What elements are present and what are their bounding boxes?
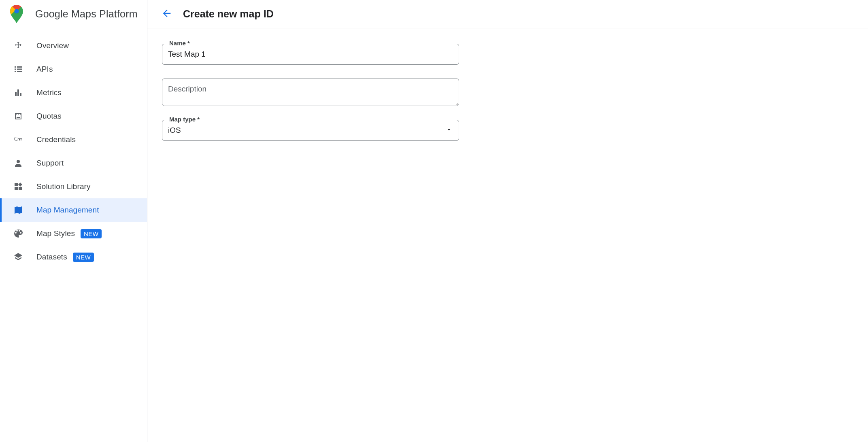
svg-point-1	[14, 9, 19, 13]
svg-rect-17	[15, 183, 18, 186]
layers-icon	[13, 252, 23, 262]
map-icon	[13, 205, 23, 215]
form: Name * Map type * iOS	[147, 28, 868, 170]
svg-rect-7	[15, 71, 16, 72]
new-badge: NEW	[73, 253, 94, 262]
arrow-left-icon	[161, 8, 172, 20]
sidebar-item-label: Quotas	[36, 112, 62, 121]
svg-rect-8	[17, 71, 22, 72]
name-label: Name *	[167, 40, 192, 47]
svg-rect-18	[15, 187, 18, 190]
new-badge: NEW	[81, 229, 102, 238]
svg-point-16	[17, 160, 20, 163]
svg-rect-4	[17, 66, 22, 68]
svg-rect-12	[16, 113, 17, 115]
svg-rect-10	[17, 89, 19, 96]
sidebar-item-credentials[interactable]: Credentials	[0, 128, 147, 151]
sidebar-item-label: Solution Library	[36, 182, 91, 191]
sidebar-item-label: Metrics	[36, 88, 62, 97]
svg-rect-6	[17, 69, 22, 70]
sidebar-item-metrics[interactable]: Metrics	[0, 81, 147, 104]
sidebar-nav: Overview APIs Metrics Quotas	[0, 28, 147, 269]
map-type-field-wrap: Map type * iOS	[162, 120, 459, 141]
map-type-label: Map type *	[167, 116, 202, 123]
svg-rect-13	[18, 113, 19, 115]
svg-rect-11	[20, 93, 21, 96]
sidebar-item-overview[interactable]: Overview	[0, 34, 147, 57]
main-content: Create new map ID Name * Map type * iOS	[147, 0, 868, 442]
list-icon	[13, 64, 23, 74]
sidebar-item-map-styles[interactable]: Map Styles NEW	[0, 222, 147, 245]
sidebar-item-map-management[interactable]: Map Management	[0, 198, 147, 222]
name-field-wrap: Name *	[162, 44, 459, 65]
sidebar-item-label: Map Management	[36, 206, 99, 215]
svg-rect-9	[15, 92, 17, 96]
svg-rect-5	[15, 69, 16, 70]
svg-rect-3	[15, 66, 16, 68]
bar-chart-icon	[13, 87, 23, 98]
sidebar-item-label: Map Styles	[36, 229, 75, 238]
map-type-select[interactable]: iOS	[162, 120, 459, 141]
description-textarea[interactable]	[162, 79, 459, 106]
sidebar-item-label: Support	[36, 159, 64, 168]
brand-title: Google Maps Platform	[35, 8, 138, 20]
sidebar: Google Maps Platform Overview APIs Metri…	[0, 0, 147, 442]
widgets-icon	[13, 181, 23, 192]
page-title: Create new map ID	[183, 8, 274, 20]
sidebar-item-label: Datasets	[36, 253, 67, 261]
quota-icon	[13, 111, 23, 121]
svg-rect-15	[17, 117, 20, 118]
sidebar-item-label: APIs	[36, 65, 53, 74]
move-icon	[13, 40, 23, 51]
sidebar-item-solution-library[interactable]: Solution Library	[0, 175, 147, 198]
sidebar-item-support[interactable]: Support	[0, 151, 147, 175]
svg-rect-14	[20, 113, 21, 115]
back-button[interactable]	[158, 5, 176, 23]
sidebar-item-label: Overview	[36, 41, 69, 50]
google-maps-pin-icon	[10, 5, 23, 23]
description-field-wrap	[162, 79, 459, 108]
person-icon	[13, 158, 23, 168]
sidebar-item-label: Credentials	[36, 135, 76, 144]
key-icon	[13, 134, 23, 145]
name-input[interactable]	[162, 44, 459, 65]
sidebar-item-apis[interactable]: APIs	[0, 57, 147, 81]
palette-icon	[13, 228, 23, 239]
sidebar-item-datasets[interactable]: Datasets NEW	[0, 245, 147, 269]
brand-header: Google Maps Platform	[0, 0, 147, 28]
sidebar-item-quotas[interactable]: Quotas	[0, 104, 147, 128]
main-header: Create new map ID	[147, 0, 868, 28]
svg-rect-19	[19, 187, 22, 190]
